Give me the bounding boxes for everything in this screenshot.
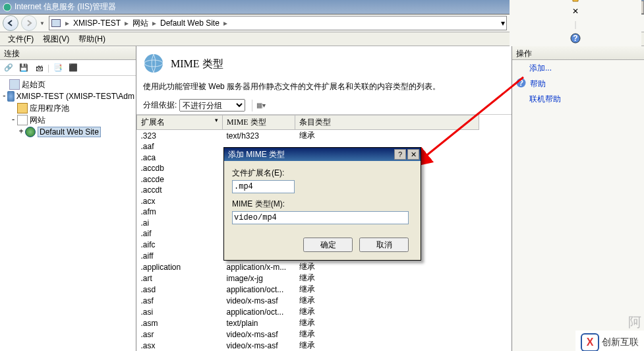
watermark-text: 创新互联 (602, 336, 639, 348)
tree-host[interactable]: XMISP-TEST (XMISP-TEST\Adm (16, 92, 134, 101)
app-icon (3, 3, 12, 12)
svg-point-0 (3, 3, 11, 11)
mime-input[interactable] (232, 211, 409, 224)
page-watermark: X 创新互联 (575, 331, 644, 351)
dialog-close-button[interactable]: ✕ (407, 149, 419, 160)
help-icon: ? (516, 78, 526, 90)
table-row[interactable]: .asiapplication/oct...继承 (137, 306, 479, 317)
col-entry-type[interactable]: 条目类型 (295, 115, 479, 130)
connect-icon[interactable]: 🔗 (2, 61, 15, 75)
forward-button[interactable] (21, 15, 37, 31)
home-icon[interactable] (570, 0, 581, 3)
table-row[interactable]: .applicationapplication/x-m...继承 (137, 261, 479, 272)
crumb-arrow-icon: ▸ (152, 18, 156, 28)
watermark-logo-icon: X (581, 333, 599, 351)
col-mime-type[interactable]: MIME 类型 (223, 115, 295, 130)
computer-node-icon (7, 91, 15, 102)
connections-tree[interactable]: 起始页 -XMISP-TEST (XMISP-TEST\Adm 应用程序池 -网… (0, 76, 136, 351)
crumb-arrow-icon: ▸ (223, 18, 227, 28)
globe-icon (25, 127, 36, 137)
ext-label: 文件扩展名(E): (232, 168, 413, 179)
tree-app-pools[interactable]: 应用程序池 (30, 103, 69, 114)
actions-header: 操作 (512, 46, 644, 60)
connections-toolbar: 🔗 💾 🖄 | 📑 ⬛ (0, 60, 136, 76)
group-view-icon[interactable]: ▦▾ (252, 102, 266, 109)
computer-node-icon (51, 18, 61, 28)
crumb-sites[interactable]: 网站 (132, 18, 148, 29)
connections-header: 连接 (0, 46, 136, 60)
crumb-default-site[interactable]: Default Web Site (160, 18, 220, 28)
dialog-help-button[interactable]: ? (394, 149, 406, 160)
mime-label: MIME 类型(M): (232, 199, 413, 210)
feature-description: 使用此功能管理被 Web 服务器用作静态文件的文件扩展名和关联的内容类型的列表。 (136, 81, 512, 98)
breadcrumb-bar[interactable]: ▸ XMISP-TEST ▸ 网站 ▸ Default Web Site ▸ ▾ (49, 16, 507, 30)
svg-point-3 (144, 54, 163, 73)
crumb-host[interactable]: XMISP-TEST (73, 18, 121, 28)
table-row[interactable]: .asdapplication/oct...继承 (137, 284, 479, 295)
settings-icon-tb[interactable]: 📑 (51, 61, 65, 75)
action-online-help[interactable]: 联机帮助 (516, 94, 640, 105)
history-dropdown[interactable]: ▼ (40, 20, 46, 26)
save-icon[interactable]: 💾 (17, 61, 30, 75)
add-mime-dialog: 添加 MIME 类型 ? ✕ 文件扩展名(E): MIME 类型(M): 确定 … (223, 147, 421, 261)
tree-default-site[interactable]: Default Web Site (38, 127, 101, 137)
nav-toolbar: ▼ ▸ XMISP-TEST ▸ 网站 ▸ Default Web Site ▸… (0, 15, 644, 32)
col-extension[interactable]: 扩展名 ▾ (137, 115, 223, 130)
crumb-arrow-icon: ▸ (125, 18, 129, 28)
menu-file[interactable]: 文件(F) (4, 32, 38, 46)
table-row[interactable]: .323text/h323继承 (137, 130, 479, 142)
svg-text:?: ? (573, 34, 577, 43)
app-pools-icon (17, 103, 28, 113)
menu-help[interactable]: 帮助(H) (74, 32, 109, 46)
sites-folder-icon (17, 115, 28, 125)
disconnect-icon[interactable]: 🖄 (32, 61, 45, 75)
tree-sites[interactable]: 网站 (30, 115, 45, 126)
svg-text:?: ? (519, 79, 523, 88)
settings-icon[interactable]: ✕ (572, 7, 579, 16)
table-row[interactable]: .artimage/x-jg继承 (137, 272, 479, 284)
action-help[interactable]: ?帮助 (516, 78, 640, 90)
feature-title: MIME 类型 (171, 57, 223, 71)
start-page-icon (9, 79, 20, 90)
menu-view[interactable]: 视图(V) (39, 32, 73, 46)
action-add[interactable]: 添加... (516, 63, 640, 74)
stop-icon[interactable]: ⬛ (67, 61, 80, 75)
table-row[interactable]: .asmtext/plain继承 (137, 317, 479, 329)
help-icon[interactable]: ? (570, 33, 581, 44)
actions-panel: 操作 添加... ?帮助 联机帮助 (512, 46, 644, 351)
ext-input[interactable] (232, 180, 295, 193)
breadcrumb-dropdown-icon[interactable]: ▾ (501, 18, 505, 28)
crumb-arrow-icon: ▸ (65, 18, 69, 28)
dialog-title: 添加 MIME 类型 (228, 149, 394, 160)
group-by-select[interactable]: 不进行分组 (179, 99, 245, 112)
group-by-label: 分组依据: (139, 100, 177, 111)
table-row[interactable]: .asrvideo/x-ms-asf继承 (137, 329, 479, 340)
table-row[interactable]: .asxvideo/x-ms-asf继承 (137, 340, 479, 351)
bg-watermark: 阿 (628, 313, 641, 331)
back-button[interactable] (3, 15, 18, 31)
cancel-button[interactable]: 取消 (359, 238, 409, 252)
connections-panel: 连接 🔗 💾 🖄 | 📑 ⬛ 起始页 -XMISP-TEST (XMISP-TE… (0, 46, 136, 351)
mime-feature-icon (143, 53, 164, 76)
ok-button[interactable]: 确定 (303, 238, 353, 252)
tree-start-page[interactable]: 起始页 (22, 79, 45, 90)
table-row[interactable]: .asfvideo/x-ms-asf继承 (137, 295, 479, 306)
